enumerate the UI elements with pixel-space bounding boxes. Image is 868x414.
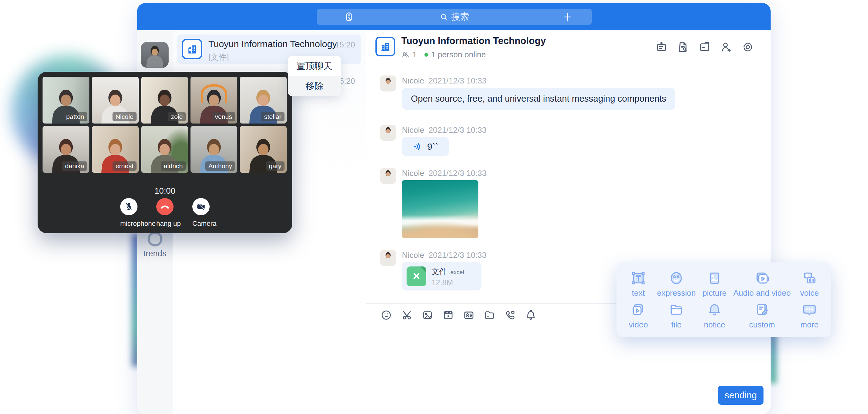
folder-icon[interactable] xyxy=(483,309,496,321)
participant-name: zoie xyxy=(168,112,186,121)
sender-name: Nicole xyxy=(402,76,424,85)
sender-avatar[interactable] xyxy=(380,168,396,184)
plus-icon[interactable] xyxy=(562,12,573,23)
participant-name: patton xyxy=(63,112,87,121)
panel-label: custom xyxy=(749,320,775,329)
file-tab-icon[interactable] xyxy=(698,41,711,54)
panel-label: notice xyxy=(704,320,725,329)
participant-tile[interactable]: Anthony xyxy=(190,126,237,173)
panel-label: picture xyxy=(703,288,726,298)
participant-tile[interactable]: patton xyxy=(42,77,89,124)
member-count: 1 xyxy=(412,50,417,59)
screenshot-icon[interactable] xyxy=(401,309,413,321)
participant-tile[interactable]: zoie xyxy=(141,77,188,124)
participant-tile[interactable]: venus xyxy=(190,77,237,124)
panel-label: more xyxy=(801,320,819,329)
custom-icon xyxy=(754,301,770,318)
online-dot xyxy=(425,53,428,57)
sidebar-item-trends[interactable]: trends xyxy=(137,229,173,268)
participant-tile[interactable]: danika xyxy=(42,126,89,173)
participant-name: stellar xyxy=(261,112,284,121)
sender-avatar[interactable] xyxy=(380,75,396,92)
message-meta: Nicole2021/12/3 10:33 xyxy=(402,250,487,260)
message-text: Open source, free, and universal instant… xyxy=(411,94,666,103)
camera-off-icon xyxy=(196,202,206,212)
participant-name: gary xyxy=(266,161,284,171)
send-button[interactable]: sending xyxy=(718,386,764,405)
call-participant-grid: patton Nicole zoie venus stellar danika … xyxy=(42,77,287,173)
image-message-beach-photo[interactable] xyxy=(402,180,478,238)
panel-label: file xyxy=(671,320,682,329)
search-bar[interactable]: 搜索 xyxy=(317,9,592,25)
expression-icon xyxy=(668,270,685,286)
panel-item-file[interactable]: file xyxy=(657,300,696,331)
message-type-panel: text expression picture Audio and video xyxy=(617,262,831,337)
image-icon[interactable] xyxy=(421,309,434,321)
chat-record-search-icon[interactable] xyxy=(677,41,689,54)
settings-gear-icon[interactable] xyxy=(741,41,754,54)
panel-item-text[interactable]: text xyxy=(620,268,657,300)
microphone-button[interactable] xyxy=(120,198,137,215)
members-icon xyxy=(401,51,410,59)
panel-item-notice[interactable]: notice xyxy=(696,300,733,331)
panel-item-voice[interactable]: voice xyxy=(790,268,828,300)
notice-board-icon[interactable] xyxy=(655,41,668,54)
online-status: 1 person online xyxy=(431,50,486,59)
sender-avatar[interactable] xyxy=(380,125,396,141)
hang-up-button[interactable] xyxy=(156,198,174,215)
contact-card-icon[interactable] xyxy=(463,309,475,321)
menu-item-pin-chat[interactable]: 置顶聊天 xyxy=(288,56,341,76)
camera-button[interactable] xyxy=(192,198,210,215)
voice-icon xyxy=(801,270,818,286)
file-message-card[interactable]: × 文件.excel 12.8M xyxy=(402,262,482,290)
panel-label: expression xyxy=(657,288,696,298)
picture-icon xyxy=(706,270,723,286)
participant-tile[interactable]: ernest xyxy=(92,126,139,173)
panel-item-more[interactable]: more xyxy=(790,300,828,331)
menu-item-remove[interactable]: 移除 xyxy=(288,76,341,96)
file-folder-icon xyxy=(668,301,685,318)
voice-wave-icon xyxy=(412,141,423,152)
chat-title: Tuoyun Information Technology xyxy=(401,35,546,46)
video-icon xyxy=(630,301,647,318)
participant-tile[interactable]: gary xyxy=(240,126,287,173)
my-avatar[interactable] xyxy=(141,42,168,68)
building-icon xyxy=(186,43,198,55)
video-message-icon[interactable] xyxy=(442,309,454,321)
panel-item-custom[interactable]: custom xyxy=(733,300,790,331)
notification-icon[interactable] xyxy=(525,309,537,321)
participant-tile[interactable]: stellar xyxy=(240,77,287,124)
text-message-bubble[interactable]: Open source, free, and universal instant… xyxy=(402,88,675,110)
voice-message-bubble[interactable]: 9`` xyxy=(402,137,449,156)
panel-item-audio-video[interactable]: Audio and video xyxy=(733,268,790,300)
video-call-icon[interactable] xyxy=(504,309,516,321)
more-icon xyxy=(801,301,818,318)
trends-label: trends xyxy=(137,249,173,258)
sender-avatar[interactable] xyxy=(380,250,396,266)
voice-duration: 9`` xyxy=(427,141,439,152)
panel-item-expression[interactable]: expression xyxy=(657,268,696,300)
participant-tile[interactable]: Nicole xyxy=(92,77,139,124)
participant-tile[interactable]: aldrich xyxy=(141,126,188,173)
conversation-preview: [文件] xyxy=(208,52,229,63)
file-name: 文件 xyxy=(432,267,447,276)
message-time: 2021/12/3 10:33 xyxy=(429,168,487,178)
search-placeholder[interactable]: 搜索 xyxy=(451,11,469,23)
panel-item-picture[interactable]: picture xyxy=(696,268,733,300)
panel-item-video[interactable]: video xyxy=(620,300,657,331)
mic-muted-icon xyxy=(124,202,134,212)
page: { "topbar": { "search_placeholder": "搜索"… xyxy=(0,0,868,414)
emoji-icon[interactable] xyxy=(380,309,393,321)
message-time: 2021/12/3 10:33 xyxy=(429,125,487,135)
message-meta: Nicole2021/12/3 10:33 xyxy=(402,168,487,178)
add-member-icon[interactable] xyxy=(720,41,733,54)
audio-video-icon xyxy=(754,270,770,286)
headphones xyxy=(201,84,227,103)
panel-label: voice xyxy=(800,288,819,298)
conversation-time: 15:20 xyxy=(335,40,355,50)
conversation-context-menu: 置顶聊天 移除 xyxy=(288,56,341,96)
group-avatar[interactable] xyxy=(375,37,395,56)
participant-name: aldrich xyxy=(161,161,186,171)
participant-name: Anthony xyxy=(205,161,235,171)
text-icon xyxy=(630,270,647,286)
